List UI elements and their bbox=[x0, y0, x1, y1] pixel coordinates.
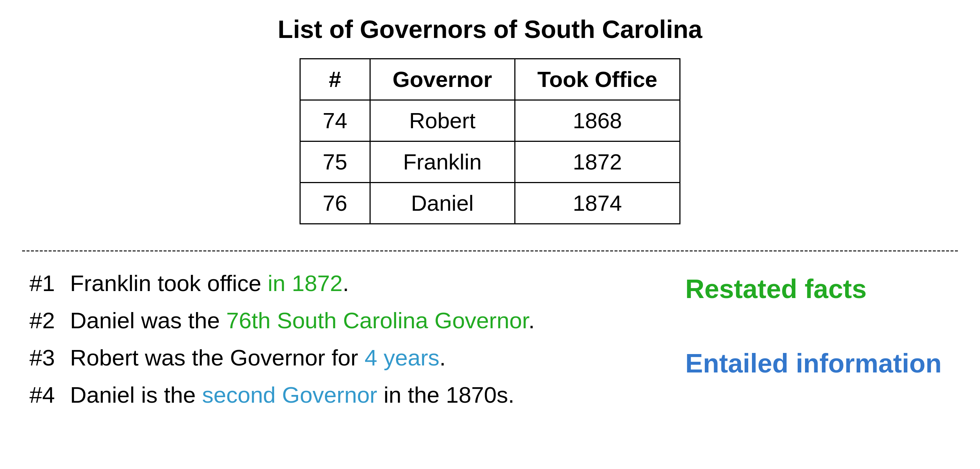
table-row: 74 Robert 1868 bbox=[300, 100, 680, 141]
table-container: # Governor Took Office 74 Robert 1868 75… bbox=[22, 58, 958, 224]
table-header-row: # Governor Took Office bbox=[300, 59, 680, 100]
table-row: 76 Daniel 1874 bbox=[300, 183, 680, 224]
row-took-office: 1874 bbox=[515, 183, 680, 224]
statement-text-2: Daniel was the 76th South Carolina Gover… bbox=[70, 307, 535, 334]
statement-text-1: Franklin took office in 1872. bbox=[70, 270, 349, 296]
entailed-information-label: Entailed information bbox=[685, 348, 942, 378]
table-row: 75 Franklin 1872 bbox=[300, 141, 680, 183]
row-took-office: 1868 bbox=[515, 100, 680, 141]
row-governor: Daniel bbox=[370, 183, 515, 224]
row-num: 76 bbox=[300, 183, 370, 224]
statement-text-3: Robert was the Governor for 4 years. bbox=[70, 345, 446, 370]
statement-num-4: #4 bbox=[29, 382, 59, 408]
statement-4: #4 Daniel is the second Governor in the … bbox=[29, 382, 671, 408]
statement-num-2: #2 bbox=[29, 307, 59, 334]
statement-text-4: Daniel is the second Governor in the 187… bbox=[70, 382, 514, 408]
col-header-num: # bbox=[300, 59, 370, 100]
restated-facts-label: Restated facts bbox=[685, 274, 867, 304]
statement-2: #2 Daniel was the 76th South Carolina Go… bbox=[29, 307, 671, 334]
row-num: 74 bbox=[300, 100, 370, 141]
section-divider bbox=[22, 250, 958, 252]
statement-num-1: #1 bbox=[29, 270, 59, 296]
highlight-2: 76th South Carolina Governor bbox=[226, 308, 528, 333]
row-num: 75 bbox=[300, 141, 370, 183]
row-governor: Robert bbox=[370, 100, 515, 141]
col-header-governor: Governor bbox=[370, 59, 515, 100]
statement-3: #3 Robert was the Governor for 4 years. bbox=[29, 345, 671, 370]
statement-1: #1 Franklin took office in 1872. bbox=[29, 270, 671, 296]
col-header-took-office: Took Office bbox=[515, 59, 680, 100]
statement-num-3: #3 bbox=[29, 345, 59, 370]
row-governor: Franklin bbox=[370, 141, 515, 183]
highlight-1: in 1872 bbox=[267, 270, 342, 296]
governors-table: # Governor Took Office 74 Robert 1868 75… bbox=[299, 58, 681, 224]
row-took-office: 1872 bbox=[515, 141, 680, 183]
labels-column: Restated facts Entailed information bbox=[671, 270, 958, 378]
page-title: List of Governors of South Carolina bbox=[22, 15, 958, 43]
highlight-4: second Governor bbox=[202, 382, 377, 407]
bottom-section: #1 Franklin took office in 1872. #2 Dani… bbox=[22, 270, 958, 408]
highlight-3: 4 years bbox=[364, 345, 439, 370]
statements-list: #1 Franklin took office in 1872. #2 Dani… bbox=[22, 270, 671, 408]
